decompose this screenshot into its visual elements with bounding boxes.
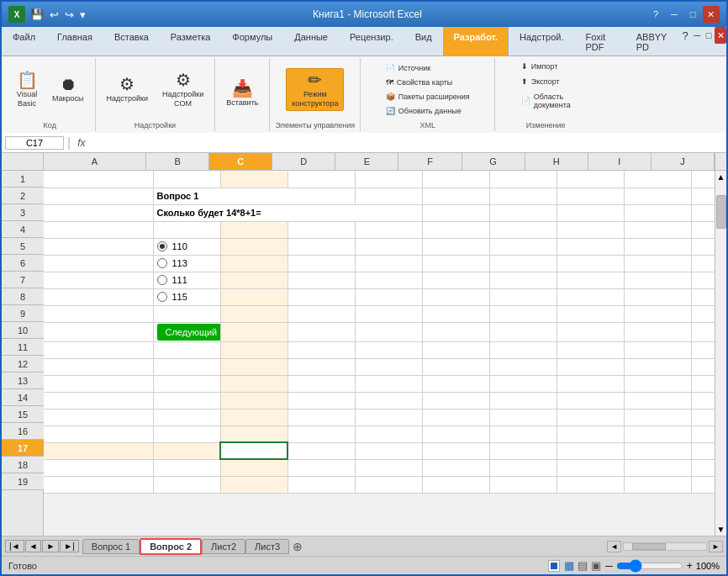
next-tab-btn[interactable]: ► [42,540,59,552]
cell-F1[interactable] [422,171,489,188]
tab-addins[interactable]: Надстрой. [509,27,574,56]
cell-E8[interactable] [355,288,422,305]
map-props-button[interactable]: 🗺 Свойства карты [382,76,457,89]
cell-B1[interactable] [153,171,220,188]
cell-F7[interactable] [422,272,489,288]
cell-G9[interactable] [489,305,557,322]
cell-F4[interactable] [422,221,489,238]
cell-H3[interactable] [557,204,624,221]
tab-data[interactable]: Данные [283,27,339,56]
cell-H1[interactable] [557,171,624,188]
cell-D7[interactable] [288,272,355,288]
addins-button[interactable]: ⚙ Надстройки [101,72,154,107]
normal-view-btn[interactable]: ▦ [563,558,575,573]
cell-I6[interactable] [624,255,691,272]
cell-C7[interactable] [220,272,288,288]
ribbon-minimize-btn[interactable]: ─ [691,27,703,44]
cell-G8[interactable] [489,288,557,305]
row-19-header[interactable]: 19 [2,473,44,490]
row-9-header[interactable]: 9 [2,305,44,322]
cell-A7[interactable] [44,272,153,288]
cell-H6[interactable] [557,255,624,272]
ribbon-close-btn[interactable]: ✕ [715,27,726,44]
cell-A11[interactable] [44,341,153,358]
cell-C4[interactable] [220,221,288,238]
cell-G4[interactable] [489,221,557,238]
extension-packs-button[interactable]: 📦 Пакеты расширения [382,90,474,103]
tab-view[interactable]: Вид [404,27,443,56]
zoom-in-btn[interactable]: + [687,560,693,572]
col-header-f[interactable]: F [398,153,462,170]
col-header-h[interactable]: H [525,153,588,170]
row-7-header[interactable]: 7 [2,272,44,288]
cell-E5[interactable] [355,238,422,255]
cell-G7[interactable] [489,272,557,288]
cell-E6[interactable] [355,255,422,272]
doc-area-button[interactable]: 📄 Областьдокумента [517,90,575,112]
insert-ctrl-button[interactable]: 📥 Вставить [220,77,264,111]
formula-input[interactable] [92,138,724,148]
cell-D8[interactable] [288,288,355,305]
row-2-header[interactable]: 2 [2,188,44,204]
cell-C17-selected[interactable] [220,442,288,459]
cell-C8[interactable] [220,288,288,305]
col-header-e[interactable]: E [335,153,398,170]
tab-home[interactable]: Главная [46,27,103,56]
source-button[interactable]: 📄 Источник [382,61,435,75]
refresh-data-button[interactable]: 🔄 Обновить данные [382,104,466,118]
tab-file[interactable]: Файл [2,27,46,56]
scroll-thumb[interactable] [716,195,726,229]
cell-A5[interactable] [44,238,153,255]
cell-B5[interactable]: 110 [153,238,220,255]
row-17-header[interactable]: 17 [2,440,44,457]
cell-H8[interactable] [557,288,624,305]
help-btn[interactable]: ? [647,6,664,23]
cell-C11[interactable] [220,341,288,358]
customize-quick-btn[interactable]: ▾ [78,7,87,23]
cell-B9[interactable] [153,305,220,322]
zoom-slider[interactable] [616,559,683,573]
layout-view-btn[interactable]: ▤ [577,558,588,573]
hscroll-thumb[interactable] [632,543,666,550]
sheet-tab-list3[interactable]: Лист3 [245,539,289,554]
first-tab-btn[interactable]: |◄ [5,540,24,552]
row-14-header[interactable]: 14 [2,389,44,406]
cell-F6[interactable] [422,255,489,272]
ribbon-help-btn[interactable]: ? [679,27,691,44]
cell-C6[interactable] [220,255,288,272]
tab-formulas[interactable]: Формулы [221,27,283,56]
sheet-tab-vopros1[interactable]: Вопрос 1 [82,539,140,554]
row-16-header[interactable]: 16 [2,423,44,440]
scroll-down-btn[interactable]: ▼ [715,523,726,536]
cell-B4[interactable] [153,221,220,238]
cell-C9[interactable] [220,305,288,322]
cell-B8[interactable]: 115 [153,288,220,305]
cell-B3[interactable]: Сколько будет 14*8+1= [153,204,422,221]
cell-A3[interactable] [44,204,153,221]
cell-G1[interactable] [489,171,557,188]
cell-E1[interactable] [355,171,422,188]
add-sheet-btn[interactable]: ⊕ [293,540,303,553]
hscroll-track[interactable] [623,542,707,551]
cell-C10[interactable] [220,322,288,341]
cell-ref-input[interactable] [5,136,64,150]
cell-E9[interactable] [355,305,422,322]
tab-insert[interactable]: Вставка [103,27,160,56]
cell-F9[interactable] [422,305,489,322]
cell-B11[interactable] [153,341,220,358]
undo-quick-btn[interactable]: ↩ [48,7,61,23]
radio-115[interactable]: 115 [157,292,217,302]
vertical-scrollbar[interactable]: ▲ ▼ [715,171,726,536]
zoom-out-btn[interactable]: ─ [605,560,613,572]
cell-D17[interactable] [288,442,355,459]
col-header-c[interactable]: C [209,153,272,170]
import-button[interactable]: ⬇ Импорт [517,60,562,73]
radio-110[interactable]: 110 [157,241,217,251]
tab-review[interactable]: Рецензир. [339,27,404,56]
cell-G3[interactable] [489,204,557,221]
cell-H4[interactable] [557,221,624,238]
next-question-button[interactable]: Следующий вопрос [157,324,221,341]
export-button[interactable]: ⬆ Экспорт [517,75,564,88]
cell-I10[interactable] [624,322,691,341]
col-header-a[interactable]: A [44,153,146,170]
